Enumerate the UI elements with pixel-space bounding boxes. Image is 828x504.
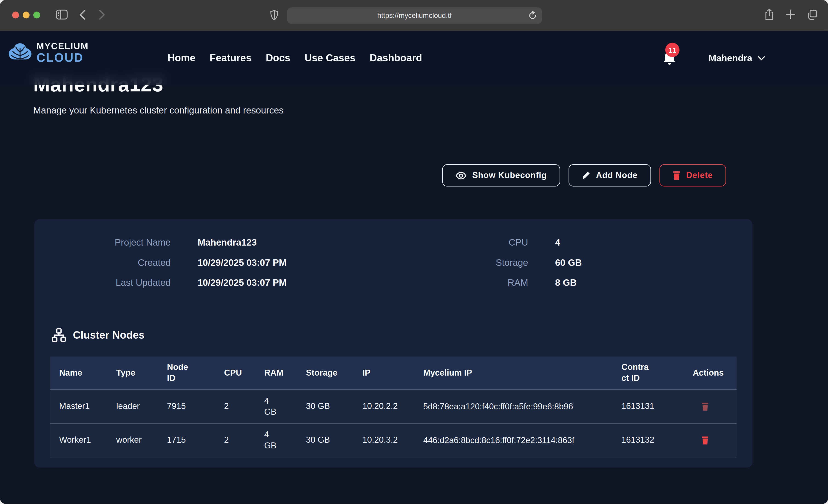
cell-cpu: 2: [215, 435, 255, 446]
share-icon[interactable]: [764, 8, 774, 21]
cell-storage: 30 GB: [297, 435, 354, 446]
info-label: RAM: [394, 277, 528, 288]
info-value: 10/29/2025 03:07 PM: [198, 257, 394, 268]
brand-name-bottom: CLOUD: [37, 52, 89, 64]
network-hierarchy-icon: [52, 328, 66, 342]
info-value: 4: [555, 237, 737, 248]
cell-mycelium-ip: 446:d2a6:8bcd:8c16:ff0f:72e2:3114:863f: [414, 434, 613, 446]
reload-icon[interactable]: [528, 11, 537, 20]
info-row-cpu: CPU 4: [394, 237, 737, 248]
cluster-actions: Show Kubeconfig Add Node: [442, 164, 726, 186]
notifications-button[interactable]: 11: [662, 50, 677, 66]
cluster-nodes-title: Cluster Nodes: [73, 329, 144, 341]
address-bar[interactable]: https://myceliumcloud.tf: [287, 7, 542, 24]
col-header-ram: RAM: [255, 367, 297, 378]
chevron-down-icon: [757, 56, 765, 60]
add-node-label: Add Node: [596, 171, 637, 180]
cell-ram: 4 GB: [255, 395, 297, 417]
show-kubeconfig-button[interactable]: Show Kubeconfig: [442, 164, 560, 186]
info-row-project-name: Project Name Mahendra123: [50, 237, 393, 248]
show-kubeconfig-label: Show Kubeconfig: [472, 171, 547, 180]
trash-icon: [672, 171, 680, 180]
cell-node-id: 1715: [158, 435, 215, 446]
delete-node-button[interactable]: [702, 436, 708, 445]
pencil-icon: [582, 171, 590, 180]
col-header-cpu: CPU: [215, 367, 255, 378]
col-header-mycelium-ip: Mycelium IP: [414, 367, 613, 378]
cell-contract-id: 1613131: [613, 401, 684, 412]
page-viewport: Mahendra123 Manage your Kubernetes clust…: [0, 31, 828, 504]
url-text: https://myceliumcloud.tf: [377, 12, 452, 19]
screen: https://myceliumcloud.tf: [0, 0, 828, 504]
cell-contract-id: 1613132: [613, 435, 684, 446]
brand-name-top: MYCELIUM: [37, 42, 89, 51]
cell-storage: 30 GB: [297, 401, 354, 412]
nav-links: Home Features Docs Use Cases Dashboard: [168, 31, 422, 85]
info-label: CPU: [394, 237, 528, 248]
info-row-last-updated: Last Updated 10/29/2025 03:07 PM: [50, 277, 393, 288]
info-value: 10/29/2025 03:07 PM: [198, 277, 394, 288]
table-row-worker1: Worker1 worker 1715 2 4 GB 30 GB 10.20.3…: [50, 424, 737, 457]
browser-window: https://myceliumcloud.tf: [0, 0, 828, 504]
col-header-node-id: Node ID: [158, 362, 215, 384]
add-node-button[interactable]: Add Node: [569, 164, 651, 186]
cell-name: Master1: [50, 401, 107, 412]
cell-cpu: 2: [215, 401, 255, 412]
close-window-button[interactable]: [12, 12, 19, 18]
user-name: Mahendra: [708, 53, 752, 64]
tab-overview-icon[interactable]: [807, 9, 818, 20]
project-info-left: Project Name Mahendra123 Created 10/29/2…: [50, 237, 393, 288]
project-info-card: Project Name Mahendra123 Created 10/29/2…: [34, 219, 752, 467]
brand-logo[interactable]: MYCELIUM CLOUD: [7, 42, 88, 64]
cell-node-id: 7915: [158, 401, 215, 412]
back-button-icon[interactable]: [79, 9, 86, 20]
new-tab-icon[interactable]: [786, 9, 795, 19]
col-header-ip: IP: [354, 367, 414, 378]
info-value: Mahendra123: [198, 237, 394, 248]
col-header-type: Type: [107, 367, 158, 378]
privacy-shield-icon[interactable]: [270, 9, 279, 20]
delete-cluster-button[interactable]: Delete: [659, 164, 726, 186]
cell-actions: [684, 436, 737, 445]
info-row-storage: Storage 60 GB: [394, 257, 737, 268]
nav-item-docs[interactable]: Docs: [266, 52, 290, 64]
page-subtitle: Manage your Kubernetes cluster configura…: [33, 105, 284, 116]
sidebar-toggle-icon[interactable]: [56, 9, 68, 19]
cell-name: Worker1: [50, 435, 107, 446]
delete-node-button[interactable]: [702, 402, 708, 411]
brand-text: MYCELIUM CLOUD: [37, 42, 89, 64]
info-label: Storage: [394, 257, 528, 268]
cell-type: worker: [107, 435, 158, 446]
project-info-grid: Project Name Mahendra123 Created 10/29/2…: [50, 237, 737, 288]
cell-ip: 10.20.2.2: [354, 401, 414, 412]
nav-item-features[interactable]: Features: [210, 52, 251, 64]
cell-actions: [684, 402, 737, 411]
info-label: Last Updated: [50, 277, 170, 288]
eye-icon: [455, 171, 466, 179]
project-info-right: CPU 4 Storage 60 GB RAM 8 GB: [394, 237, 737, 288]
notification-badge: 11: [665, 43, 679, 57]
cell-type: leader: [107, 401, 158, 412]
col-header-actions: Actions: [684, 367, 737, 378]
info-value: 60 GB: [555, 257, 737, 268]
info-label: Project Name: [50, 237, 170, 248]
info-label: Created: [50, 257, 170, 268]
nav-item-use-cases[interactable]: Use Cases: [304, 52, 355, 64]
browser-chrome: https://myceliumcloud.tf: [0, 0, 828, 31]
delete-label: Delete: [686, 171, 713, 180]
zoom-window-button[interactable]: [33, 12, 40, 18]
user-menu[interactable]: Mahendra: [708, 31, 765, 85]
top-navbar: MYCELIUM CLOUD Home Features Docs Use Ca…: [0, 31, 828, 85]
table-header-row: Name Type Node ID CPU RAM Storage IP Myc…: [50, 356, 737, 390]
cell-ram: 4 GB: [255, 429, 297, 451]
cell-ip: 10.20.3.2: [354, 435, 414, 446]
forward-button-icon[interactable]: [99, 9, 105, 20]
nav-item-home[interactable]: Home: [168, 52, 195, 64]
cloud-logo-icon: [7, 42, 33, 64]
cluster-nodes-table: Name Type Node ID CPU RAM Storage IP Myc…: [50, 356, 737, 457]
col-header-storage: Storage: [297, 367, 354, 378]
col-header-contract-id: Contract ID: [613, 362, 684, 384]
minimize-window-button[interactable]: [23, 12, 30, 18]
nav-item-dashboard[interactable]: Dashboard: [370, 52, 422, 64]
table-row-master1: Master1 leader 7915 2 4 GB 30 GB 10.20.2…: [50, 390, 737, 424]
